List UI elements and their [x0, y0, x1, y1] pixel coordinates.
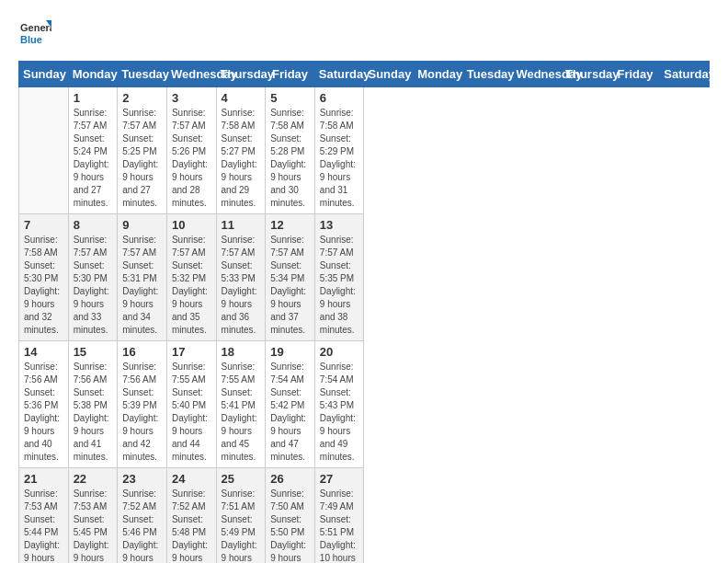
day-number: 1	[74, 91, 113, 105]
day-number: 19	[270, 345, 310, 359]
calendar-cell: 10Sunrise: 7:57 AM Sunset: 5:32 PM Dayli…	[166, 214, 216, 341]
day-number: 2	[122, 91, 162, 105]
calendar-cell: 26Sunrise: 7:50 AM Sunset: 5:50 PM Dayli…	[266, 468, 315, 564]
calendar-cell: 22Sunrise: 7:53 AM Sunset: 5:45 PM Dayli…	[68, 468, 118, 564]
day-info: Sunrise: 7:57 AM Sunset: 5:26 PM Dayligh…	[172, 107, 211, 210]
calendar-cell: 15Sunrise: 7:56 AM Sunset: 5:38 PM Dayli…	[68, 341, 118, 468]
day-number: 13	[320, 218, 359, 232]
header-cell-thursday: Thursday	[216, 62, 266, 87]
calendar-cell: 21Sunrise: 7:53 AM Sunset: 5:44 PM Dayli…	[19, 468, 69, 564]
day-info: Sunrise: 7:56 AM Sunset: 5:38 PM Dayligh…	[74, 361, 113, 464]
logo: General Blue	[18, 18, 51, 52]
day-number: 24	[172, 472, 211, 486]
calendar-cell: 19Sunrise: 7:54 AM Sunset: 5:42 PM Dayli…	[266, 341, 315, 468]
day-number: 10	[172, 218, 211, 232]
calendar-cell: 1Sunrise: 7:57 AM Sunset: 5:24 PM Daylig…	[68, 87, 118, 214]
day-info: Sunrise: 7:49 AM Sunset: 5:51 PM Dayligh…	[320, 488, 359, 563]
header-cell-sunday: Sunday	[19, 62, 69, 87]
header-cell-saturday: Saturday	[660, 62, 710, 87]
day-info: Sunrise: 7:57 AM Sunset: 5:25 PM Dayligh…	[122, 107, 162, 210]
page-header: General Blue	[18, 18, 710, 52]
day-info: Sunrise: 7:57 AM Sunset: 5:30 PM Dayligh…	[74, 234, 113, 337]
calendar-cell: 16Sunrise: 7:56 AM Sunset: 5:39 PM Dayli…	[118, 341, 167, 468]
day-info: Sunrise: 7:50 AM Sunset: 5:50 PM Dayligh…	[270, 488, 310, 563]
week-row-3: 14Sunrise: 7:56 AM Sunset: 5:36 PM Dayli…	[19, 341, 710, 468]
logo-icon: General Blue	[18, 18, 51, 52]
day-info: Sunrise: 7:58 AM Sunset: 5:30 PM Dayligh…	[24, 234, 63, 337]
day-number: 16	[122, 345, 162, 359]
day-info: Sunrise: 7:56 AM Sunset: 5:36 PM Dayligh…	[24, 361, 63, 464]
day-info: Sunrise: 7:51 AM Sunset: 5:49 PM Dayligh…	[222, 488, 261, 563]
calendar-cell: 23Sunrise: 7:52 AM Sunset: 5:46 PM Dayli…	[118, 468, 167, 564]
calendar-cell: 3Sunrise: 7:57 AM Sunset: 5:26 PM Daylig…	[166, 87, 216, 214]
day-number: 21	[24, 472, 63, 486]
day-number: 23	[122, 472, 162, 486]
day-info: Sunrise: 7:58 AM Sunset: 5:29 PM Dayligh…	[320, 107, 359, 210]
calendar-cell: 14Sunrise: 7:56 AM Sunset: 5:36 PM Dayli…	[19, 341, 69, 468]
calendar-cell: 17Sunrise: 7:55 AM Sunset: 5:40 PM Dayli…	[166, 341, 216, 468]
calendar-cell: 13Sunrise: 7:57 AM Sunset: 5:35 PM Dayli…	[314, 214, 364, 341]
day-info: Sunrise: 7:57 AM Sunset: 5:33 PM Dayligh…	[222, 234, 261, 337]
day-info: Sunrise: 7:57 AM Sunset: 5:34 PM Dayligh…	[270, 234, 310, 337]
day-info: Sunrise: 7:55 AM Sunset: 5:41 PM Dayligh…	[222, 361, 261, 464]
day-info: Sunrise: 7:58 AM Sunset: 5:28 PM Dayligh…	[270, 107, 310, 210]
header-cell-sunday: Sunday	[364, 62, 414, 87]
day-number: 15	[74, 345, 113, 359]
calendar-cell: 2Sunrise: 7:57 AM Sunset: 5:25 PM Daylig…	[118, 87, 167, 214]
calendar-cell: 27Sunrise: 7:49 AM Sunset: 5:51 PM Dayli…	[314, 468, 364, 564]
day-info: Sunrise: 7:57 AM Sunset: 5:35 PM Dayligh…	[320, 234, 359, 337]
day-number: 18	[222, 345, 261, 359]
day-info: Sunrise: 7:54 AM Sunset: 5:42 PM Dayligh…	[270, 361, 310, 464]
svg-text:General: General	[20, 22, 51, 33]
day-number: 17	[172, 345, 211, 359]
day-number: 27	[320, 472, 359, 486]
week-row-2: 7Sunrise: 7:58 AM Sunset: 5:30 PM Daylig…	[19, 214, 710, 341]
day-info: Sunrise: 7:54 AM Sunset: 5:43 PM Dayligh…	[320, 361, 359, 464]
day-number: 9	[122, 218, 162, 232]
day-info: Sunrise: 7:52 AM Sunset: 5:46 PM Dayligh…	[122, 488, 162, 563]
calendar-cell: 20Sunrise: 7:54 AM Sunset: 5:43 PM Dayli…	[314, 341, 364, 468]
day-info: Sunrise: 7:56 AM Sunset: 5:39 PM Dayligh…	[122, 361, 162, 464]
week-row-1: 1Sunrise: 7:57 AM Sunset: 5:24 PM Daylig…	[19, 87, 710, 214]
calendar-cell: 6Sunrise: 7:58 AM Sunset: 5:29 PM Daylig…	[314, 87, 364, 214]
day-number: 3	[172, 91, 211, 105]
calendar-cell: 18Sunrise: 7:55 AM Sunset: 5:41 PM Dayli…	[216, 341, 266, 468]
day-number: 20	[320, 345, 359, 359]
header-cell-friday: Friday	[266, 62, 315, 87]
day-info: Sunrise: 7:57 AM Sunset: 5:31 PM Dayligh…	[122, 234, 162, 337]
day-number: 25	[222, 472, 261, 486]
day-number: 6	[320, 91, 359, 105]
header-cell-monday: Monday	[68, 62, 118, 87]
calendar-table: SundayMondayTuesdayWednesdayThursdayFrid…	[18, 61, 710, 563]
header-cell-tuesday: Tuesday	[462, 62, 512, 87]
day-number: 22	[74, 472, 113, 486]
day-number: 14	[24, 345, 63, 359]
header-cell-thursday: Thursday	[562, 62, 611, 87]
header-cell-wednesday: Wednesday	[512, 62, 562, 87]
day-info: Sunrise: 7:57 AM Sunset: 5:32 PM Dayligh…	[172, 234, 211, 337]
day-info: Sunrise: 7:52 AM Sunset: 5:48 PM Dayligh…	[172, 488, 211, 563]
day-number: 26	[270, 472, 310, 486]
header-cell-monday: Monday	[414, 62, 463, 87]
day-info: Sunrise: 7:53 AM Sunset: 5:44 PM Dayligh…	[24, 488, 63, 563]
header-cell-friday: Friday	[610, 62, 660, 87]
calendar-cell: 4Sunrise: 7:58 AM Sunset: 5:27 PM Daylig…	[216, 87, 266, 214]
calendar-cell: 25Sunrise: 7:51 AM Sunset: 5:49 PM Dayli…	[216, 468, 266, 564]
header-cell-wednesday: Wednesday	[166, 62, 216, 87]
calendar-cell: 5Sunrise: 7:58 AM Sunset: 5:28 PM Daylig…	[266, 87, 315, 214]
header-cell-tuesday: Tuesday	[118, 62, 167, 87]
day-number: 8	[74, 218, 113, 232]
day-number: 4	[222, 91, 261, 105]
day-info: Sunrise: 7:57 AM Sunset: 5:24 PM Dayligh…	[74, 107, 113, 210]
header-cell-saturday: Saturday	[314, 62, 364, 87]
calendar-cell	[19, 87, 69, 214]
calendar-cell: 24Sunrise: 7:52 AM Sunset: 5:48 PM Dayli…	[166, 468, 216, 564]
day-number: 5	[270, 91, 310, 105]
svg-text:Blue: Blue	[20, 34, 42, 45]
day-number: 12	[270, 218, 310, 232]
calendar-cell: 7Sunrise: 7:58 AM Sunset: 5:30 PM Daylig…	[19, 214, 69, 341]
calendar-cell: 9Sunrise: 7:57 AM Sunset: 5:31 PM Daylig…	[118, 214, 167, 341]
calendar-cell: 12Sunrise: 7:57 AM Sunset: 5:34 PM Dayli…	[266, 214, 315, 341]
week-row-4: 21Sunrise: 7:53 AM Sunset: 5:44 PM Dayli…	[19, 468, 710, 564]
day-info: Sunrise: 7:55 AM Sunset: 5:40 PM Dayligh…	[172, 361, 211, 464]
